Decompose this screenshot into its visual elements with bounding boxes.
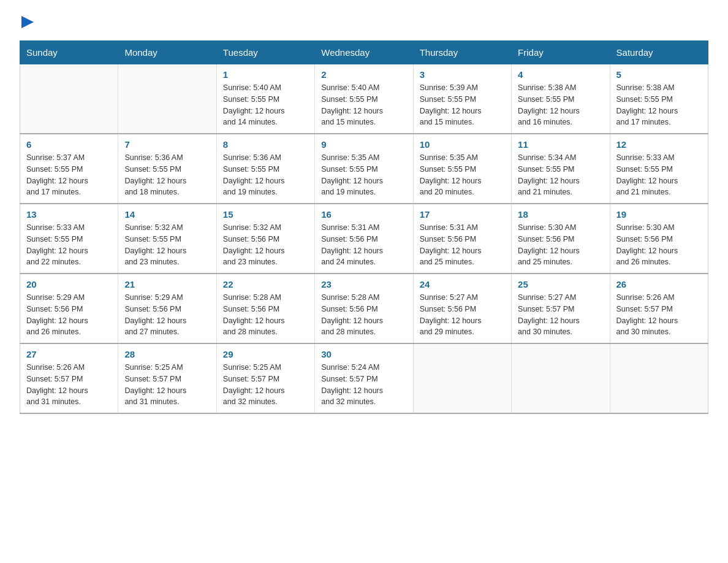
page-header xyxy=(20,15,708,33)
calendar-week-row: 27Sunrise: 5:26 AM Sunset: 5:57 PM Dayli… xyxy=(20,343,708,413)
day-number: 6 xyxy=(26,139,112,150)
day-number: 24 xyxy=(420,279,505,289)
calendar-cell xyxy=(118,64,216,134)
calendar-cell: 8Sunrise: 5:36 AM Sunset: 5:55 PM Daylig… xyxy=(216,134,314,204)
calendar-cell: 13Sunrise: 5:33 AM Sunset: 5:55 PM Dayli… xyxy=(20,204,118,274)
calendar-cell: 25Sunrise: 5:27 AM Sunset: 5:57 PM Dayli… xyxy=(512,274,610,343)
day-number: 25 xyxy=(518,279,603,289)
header-day-wednesday: Wednesday xyxy=(315,41,413,64)
calendar-header: SundayMondayTuesdayWednesdayThursdayFrid… xyxy=(20,41,708,64)
calendar-cell: 12Sunrise: 5:33 AM Sunset: 5:55 PM Dayli… xyxy=(610,134,708,204)
day-number: 20 xyxy=(26,279,112,289)
calendar-cell: 10Sunrise: 5:35 AM Sunset: 5:55 PM Dayli… xyxy=(413,134,511,204)
day-number: 14 xyxy=(124,209,210,220)
day-number: 2 xyxy=(321,69,406,80)
calendar-cell: 11Sunrise: 5:34 AM Sunset: 5:55 PM Dayli… xyxy=(512,134,610,204)
day-number: 22 xyxy=(223,279,308,289)
calendar-cell: 6Sunrise: 5:37 AM Sunset: 5:55 PM Daylig… xyxy=(20,134,118,204)
calendar-cell: 20Sunrise: 5:29 AM Sunset: 5:56 PM Dayli… xyxy=(20,274,118,343)
day-info: Sunrise: 5:38 AM Sunset: 5:55 PM Dayligh… xyxy=(518,82,603,128)
calendar-cell: 4Sunrise: 5:38 AM Sunset: 5:55 PM Daylig… xyxy=(512,64,610,134)
day-number: 11 xyxy=(518,139,603,150)
day-info: Sunrise: 5:33 AM Sunset: 5:55 PM Dayligh… xyxy=(616,152,702,198)
calendar-cell: 3Sunrise: 5:39 AM Sunset: 5:55 PM Daylig… xyxy=(413,64,511,134)
day-info: Sunrise: 5:28 AM Sunset: 5:56 PM Dayligh… xyxy=(223,292,308,338)
header-day-friday: Friday xyxy=(512,41,610,64)
day-info: Sunrise: 5:30 AM Sunset: 5:56 PM Dayligh… xyxy=(518,222,603,268)
day-number: 30 xyxy=(321,349,406,359)
calendar-cell: 5Sunrise: 5:38 AM Sunset: 5:55 PM Daylig… xyxy=(610,64,708,134)
day-number: 26 xyxy=(616,279,702,289)
day-number: 29 xyxy=(223,349,308,359)
calendar-cell: 1Sunrise: 5:40 AM Sunset: 5:55 PM Daylig… xyxy=(216,64,314,134)
header-row: SundayMondayTuesdayWednesdayThursdayFrid… xyxy=(20,41,708,64)
day-number: 21 xyxy=(124,279,210,289)
day-number: 16 xyxy=(321,209,406,220)
calendar-week-row: 6Sunrise: 5:37 AM Sunset: 5:55 PM Daylig… xyxy=(20,134,708,204)
calendar-cell xyxy=(610,343,708,413)
day-info: Sunrise: 5:27 AM Sunset: 5:57 PM Dayligh… xyxy=(518,292,603,338)
day-info: Sunrise: 5:32 AM Sunset: 5:56 PM Dayligh… xyxy=(223,222,308,268)
day-info: Sunrise: 5:40 AM Sunset: 5:55 PM Dayligh… xyxy=(321,82,406,128)
day-number: 12 xyxy=(616,139,702,150)
day-info: Sunrise: 5:32 AM Sunset: 5:55 PM Dayligh… xyxy=(124,222,210,268)
calendar-cell: 28Sunrise: 5:25 AM Sunset: 5:57 PM Dayli… xyxy=(118,343,216,413)
day-info: Sunrise: 5:35 AM Sunset: 5:55 PM Dayligh… xyxy=(321,152,406,198)
day-number: 7 xyxy=(124,139,210,150)
calendar-cell: 2Sunrise: 5:40 AM Sunset: 5:55 PM Daylig… xyxy=(315,64,413,134)
calendar-cell: 9Sunrise: 5:35 AM Sunset: 5:55 PM Daylig… xyxy=(315,134,413,204)
logo xyxy=(20,15,34,33)
day-info: Sunrise: 5:25 AM Sunset: 5:57 PM Dayligh… xyxy=(124,362,210,408)
day-info: Sunrise: 5:27 AM Sunset: 5:56 PM Dayligh… xyxy=(420,292,505,338)
day-number: 13 xyxy=(26,209,112,220)
day-info: Sunrise: 5:37 AM Sunset: 5:55 PM Dayligh… xyxy=(26,152,112,198)
day-info: Sunrise: 5:31 AM Sunset: 5:56 PM Dayligh… xyxy=(420,222,505,268)
day-info: Sunrise: 5:36 AM Sunset: 5:55 PM Dayligh… xyxy=(124,152,210,198)
calendar-cell: 18Sunrise: 5:30 AM Sunset: 5:56 PM Dayli… xyxy=(512,204,610,274)
calendar-cell: 27Sunrise: 5:26 AM Sunset: 5:57 PM Dayli… xyxy=(20,343,118,413)
calendar-week-row: 13Sunrise: 5:33 AM Sunset: 5:55 PM Dayli… xyxy=(20,204,708,274)
day-info: Sunrise: 5:25 AM Sunset: 5:57 PM Dayligh… xyxy=(223,362,308,408)
day-number: 18 xyxy=(518,209,603,220)
day-number: 1 xyxy=(223,69,308,80)
calendar-cell: 16Sunrise: 5:31 AM Sunset: 5:56 PM Dayli… xyxy=(315,204,413,274)
header-day-tuesday: Tuesday xyxy=(216,41,314,64)
calendar-cell: 21Sunrise: 5:29 AM Sunset: 5:56 PM Dayli… xyxy=(118,274,216,343)
calendar-cell: 7Sunrise: 5:36 AM Sunset: 5:55 PM Daylig… xyxy=(118,134,216,204)
day-number: 3 xyxy=(420,69,505,80)
calendar-cell: 24Sunrise: 5:27 AM Sunset: 5:56 PM Dayli… xyxy=(413,274,511,343)
calendar-cell: 14Sunrise: 5:32 AM Sunset: 5:55 PM Dayli… xyxy=(118,204,216,274)
day-info: Sunrise: 5:35 AM Sunset: 5:55 PM Dayligh… xyxy=(420,152,505,198)
day-number: 4 xyxy=(518,69,603,80)
day-info: Sunrise: 5:33 AM Sunset: 5:55 PM Dayligh… xyxy=(26,222,112,268)
day-info: Sunrise: 5:40 AM Sunset: 5:55 PM Dayligh… xyxy=(223,82,308,128)
day-info: Sunrise: 5:34 AM Sunset: 5:55 PM Dayligh… xyxy=(518,152,603,198)
day-info: Sunrise: 5:39 AM Sunset: 5:55 PM Dayligh… xyxy=(420,82,505,128)
day-number: 17 xyxy=(420,209,505,220)
header-day-monday: Monday xyxy=(118,41,216,64)
day-number: 5 xyxy=(616,69,702,80)
calendar-cell: 23Sunrise: 5:28 AM Sunset: 5:56 PM Dayli… xyxy=(315,274,413,343)
day-info: Sunrise: 5:29 AM Sunset: 5:56 PM Dayligh… xyxy=(26,292,112,338)
day-number: 8 xyxy=(223,139,308,150)
calendar-cell xyxy=(413,343,511,413)
calendar-cell: 22Sunrise: 5:28 AM Sunset: 5:56 PM Dayli… xyxy=(216,274,314,343)
day-number: 19 xyxy=(616,209,702,220)
calendar-cell xyxy=(20,64,118,134)
calendar-cell xyxy=(512,343,610,413)
day-number: 23 xyxy=(321,279,406,289)
day-info: Sunrise: 5:38 AM Sunset: 5:55 PM Dayligh… xyxy=(616,82,702,128)
calendar-week-row: 1Sunrise: 5:40 AM Sunset: 5:55 PM Daylig… xyxy=(20,64,708,134)
logo-flag-icon xyxy=(21,16,34,33)
day-number: 15 xyxy=(223,209,308,220)
day-number: 10 xyxy=(420,139,505,150)
day-info: Sunrise: 5:26 AM Sunset: 5:57 PM Dayligh… xyxy=(616,292,702,338)
day-number: 27 xyxy=(26,349,112,359)
svg-marker-0 xyxy=(21,16,34,28)
calendar-cell: 29Sunrise: 5:25 AM Sunset: 5:57 PM Dayli… xyxy=(216,343,314,413)
calendar-week-row: 20Sunrise: 5:29 AM Sunset: 5:56 PM Dayli… xyxy=(20,274,708,343)
day-info: Sunrise: 5:28 AM Sunset: 5:56 PM Dayligh… xyxy=(321,292,406,338)
calendar-cell: 19Sunrise: 5:30 AM Sunset: 5:56 PM Dayli… xyxy=(610,204,708,274)
calendar-body: 1Sunrise: 5:40 AM Sunset: 5:55 PM Daylig… xyxy=(20,64,708,414)
header-day-sunday: Sunday xyxy=(20,41,118,64)
